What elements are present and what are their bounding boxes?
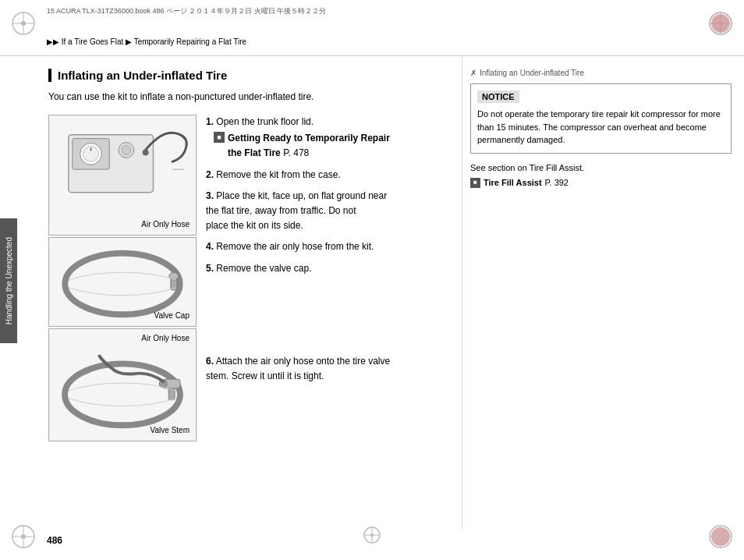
breadcrumb-sep: ▶ [126, 37, 132, 46]
notice-text: Do not operate the temporary tire repair… [477, 108, 725, 147]
see-section-link: ■ Tire Fill Assist P. 392 [470, 176, 732, 190]
step-4-text: Remove the air only hose from the kit. [216, 241, 374, 252]
diagram-top: Air Only Hose [48, 115, 197, 236]
step-6-text: Attach the air only hose onto the tire v… [206, 356, 390, 381]
step-1-text: Open the trunk floor lid. [216, 116, 314, 127]
left-column: Inflating an Under-inflated Tire You can… [17, 56, 462, 529]
svg-point-22 [370, 533, 374, 537]
diagram-middle: Valve Cap [48, 237, 197, 327]
side-tab-text: Handling the Unexpected [5, 237, 13, 324]
see-section-text: See section on Tire Fill Assist. [470, 161, 732, 175]
content-area: Air Only Hose Valve Cap [48, 115, 446, 443]
step-2: 2. Remove the kit from the case. [206, 168, 446, 183]
step-6-num: 6. [206, 356, 214, 367]
svg-point-30 [143, 149, 149, 155]
tire-fill-assist-link: Tire Fill Assist [484, 176, 542, 190]
diagram-bottom: Air Only Hose Valve Stem [48, 328, 197, 441]
step-sub-icon-1: ■ [214, 132, 225, 143]
step-4: 4. Remove the air only hose from the kit… [206, 239, 446, 254]
side-tab: Handling the Unexpected [0, 218, 17, 343]
step-2-text: Remove the kit from the case. [216, 169, 340, 180]
step-3-num: 3. [206, 190, 214, 201]
step-3-text: Place the kit, face up, on flat ground n… [206, 190, 387, 231]
right-column: ✗ Inflating an Under-inflated Tire NOTIC… [462, 56, 744, 529]
step-3: 3. Place the kit, face up, on flat groun… [206, 189, 446, 234]
diagram-label-air-hose-2: Air Only Hose [141, 334, 190, 342]
step-4-num: 4. [206, 241, 214, 252]
diagrams-column: Air Only Hose Valve Cap [48, 115, 197, 443]
see-section: See section on Tire Fill Assist. ■ Tire … [470, 161, 732, 190]
step-6: 6. Attach the air only hose onto the tir… [206, 354, 446, 384]
page-number: 486 [47, 535, 62, 546]
right-header: ✗ Inflating an Under-inflated Tire [470, 69, 732, 77]
svg-point-32 [65, 253, 179, 315]
step-1-num: 1. [206, 116, 214, 127]
notice-title: NOTICE [477, 90, 519, 103]
diagram-label-air-hose: Air Only Hose [141, 220, 190, 229]
breadcrumb-prefix: ▶▶ [47, 37, 59, 46]
section-title: Inflating an Under-inflated Tire [48, 69, 446, 82]
right-header-icon: ✗ [470, 69, 477, 77]
main-content: Inflating an Under-inflated Tire You can… [17, 56, 744, 529]
step-5-num: 5. [206, 263, 214, 274]
diagram-label-valve-stem: Valve Stem [151, 426, 190, 434]
diagram-label-valve-cap: Valve Cap [154, 311, 190, 320]
step-1-sub: ■ Getting Ready to Temporarily Repairthe… [214, 131, 446, 161]
step-1-sub-text: Getting Ready to Temporarily Repairthe F… [228, 131, 390, 161]
breadcrumb-part2: Temporarily Repairing a Flat Tire [134, 37, 247, 46]
see-section-icon: ■ [470, 178, 480, 188]
top-header: 15 ACURA TLX-31TZ36000.book 486 ページ ２０１４… [0, 0, 744, 56]
breadcrumb-part1: If a Tire Goes Flat [62, 37, 123, 46]
notice-box: NOTICE Do not operate the temporary tire… [470, 83, 732, 154]
tire-fill-assist-page: P. 392 [545, 176, 569, 190]
step-2-num: 2. [206, 169, 214, 180]
step-5-text: Remove the valve cap. [216, 263, 311, 274]
right-header-text: Inflating an Under-inflated Tire [480, 69, 584, 77]
step-5: 5. Remove the valve cap. [206, 261, 446, 276]
breadcrumb: ▶▶ If a Tire Goes Flat ▶ Temporarily Rep… [47, 37, 246, 46]
step-1: 1. Open the trunk floor lid. ■ Getting R… [206, 115, 446, 161]
svg-point-29 [122, 145, 131, 154]
intro-text: You can use the kit to inflate a non-pun… [48, 90, 446, 104]
file-info: 15 ACURA TLX-31TZ36000.book 486 ページ ２０１４… [47, 6, 326, 16]
svg-point-14 [21, 534, 26, 539]
svg-point-34 [169, 272, 179, 280]
steps-column: 1. Open the trunk floor lid. ■ Getting R… [206, 115, 446, 443]
